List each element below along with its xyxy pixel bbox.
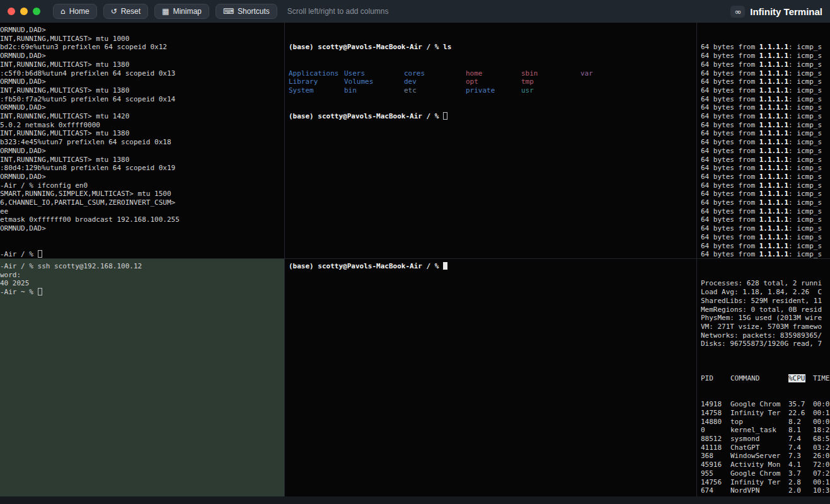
- horizontal-scrollbar-track[interactable]: [0, 496, 830, 504]
- ping-line: 64 bytes from 1.1.1.1: icmp_s: [701, 190, 830, 198]
- top-process-row: 88512sysmond7.468:5: [701, 435, 830, 444]
- ping-line: 64 bytes from 1.1.1.1: icmp_s: [701, 60, 830, 69]
- ls-entry: Volumes: [344, 77, 404, 86]
- shell-prompt: (base) scotty@Pavols-MacBook-Air / %: [289, 112, 443, 120]
- ls-entry: dev: [404, 77, 466, 86]
- ping-line: 64 bytes from 1.1.1.1: icmp_s: [701, 147, 830, 156]
- top-summary: Processes: 628 total, 2 runni Load Avg: …: [701, 279, 830, 348]
- ping-line: 64 bytes from 1.1.1.1: icmp_s: [701, 242, 830, 251]
- ping-line: 64 bytes from 1.1.1.1: icmp_s: [701, 129, 830, 138]
- ping-ip: 1.1.1.1: [759, 103, 788, 112]
- pane-ifconfig[interactable]: ORMNUD,DAD> INT,RUNNING,MULTICAST> mtu 1…: [0, 23, 285, 259]
- keyboard-icon: ⌨: [223, 8, 234, 15]
- ping-line: 64 bytes from 1.1.1.1: icmp_s: [701, 250, 830, 259]
- ping-line: 64 bytes from 1.1.1.1: icmp_s: [701, 156, 830, 164]
- ping-line: 64 bytes from 1.1.1.1: icmp_s: [701, 215, 830, 224]
- top-process-row: 906com.nordvpn.1.307:5: [701, 495, 830, 496]
- top-process-row: 368WindowServer7.326:0: [701, 452, 830, 461]
- cursor: [38, 250, 42, 258]
- ping-output: 64 bytes from 1.1.1.1: icmp_s64 bytes fr…: [701, 43, 830, 259]
- zoom-button[interactable]: [33, 8, 40, 15]
- ping-ip: 1.1.1.1: [759, 164, 788, 172]
- shell-prompt: (base) scotty@Pavols-MacBook-Air / %: [289, 262, 443, 270]
- pane-ls[interactable]: (base) scotty@Pavols-MacBook-Air / % ls …: [285, 23, 697, 259]
- ls-entry: cores: [404, 69, 466, 78]
- minimap-button[interactable]: ▦ Minimap: [154, 4, 209, 19]
- ping-ip: 1.1.1.1: [759, 207, 788, 215]
- ping-ip: 1.1.1.1: [759, 173, 788, 181]
- top-column-command: COMMAND: [730, 374, 759, 382]
- toolbar: ⌂ Home ↺ Reset ▦ Minimap ⌨ Shortcuts Scr…: [0, 0, 830, 23]
- ping-line: 64 bytes from 1.1.1.1: icmp_s: [701, 112, 830, 121]
- ping-line: 64 bytes from 1.1.1.1: icmp_s: [701, 207, 830, 216]
- reset-icon: ↺: [111, 8, 117, 15]
- ls-entry: sbin: [521, 69, 580, 78]
- ls-entry: usr: [521, 86, 580, 95]
- home-button[interactable]: ⌂ Home: [53, 4, 97, 19]
- terminal-grid: ORMNUD,DAD> INT,RUNNING,MULTICAST> mtu 1…: [0, 23, 830, 496]
- ping-ip: 1.1.1.1: [759, 129, 788, 137]
- ls-entry: private: [466, 86, 521, 95]
- home-button-label: Home: [69, 8, 89, 15]
- top-column-time: TIME: [813, 374, 830, 382]
- ls-entry: Users: [344, 69, 404, 78]
- ls-entry: Applications: [289, 69, 344, 78]
- ping-ip: 1.1.1.1: [759, 121, 788, 129]
- top-process-row: 14758Infinity Ter22.600:1: [701, 409, 830, 418]
- ls-entry: home: [466, 69, 521, 78]
- ping-line: 64 bytes from 1.1.1.1: icmp_s: [701, 86, 830, 95]
- ls-entry: tmp: [521, 77, 580, 86]
- ls-row: Systembinetcprivateusr: [289, 86, 696, 95]
- ping-line: 64 bytes from 1.1.1.1: icmp_s: [701, 77, 830, 86]
- ping-line: 64 bytes from 1.1.1.1: icmp_s: [701, 121, 830, 130]
- ping-line: 64 bytes from 1.1.1.1: icmp_s: [701, 224, 830, 233]
- ping-ip: 1.1.1.1: [759, 198, 788, 207]
- ping-line: 64 bytes from 1.1.1.1: icmp_s: [701, 52, 830, 60]
- ping-ip: 1.1.1.1: [759, 43, 788, 51]
- pane-top[interactable]: Processes: 628 total, 2 runni Load Avg: …: [697, 259, 830, 496]
- top-process-row: 674NordVPN2.010:3: [701, 486, 830, 495]
- top-process-row: 14756Infinity Ter2.800:1: [701, 478, 830, 487]
- app-title: Infinity Terminal: [750, 6, 822, 17]
- pane-ssh[interactable]: -Air / % ssh scotty@192.168.100.12 word:…: [0, 259, 285, 496]
- scroll-hint-text: Scroll left/right to add columns: [287, 7, 389, 16]
- infinity-terminal-window: ⌂ Home ↺ Reset ▦ Minimap ⌨ Shortcuts Scr…: [0, 0, 830, 504]
- shortcuts-button-label: Shortcuts: [238, 8, 270, 15]
- close-button[interactable]: [8, 8, 15, 15]
- shortcuts-button[interactable]: ⌨ Shortcuts: [216, 4, 277, 19]
- ls-entry: etc: [404, 86, 466, 95]
- ping-ip: 1.1.1.1: [759, 233, 788, 241]
- reset-button[interactable]: ↺ Reset: [103, 4, 148, 19]
- ls-command-line: (base) scotty@Pavols-MacBook-Air / % ls: [289, 43, 696, 52]
- traffic-lights: [8, 8, 40, 15]
- cursor: [38, 288, 42, 295]
- pane-shell[interactable]: (base) scotty@Pavols-MacBook-Air / %: [285, 259, 697, 496]
- ls-entry: opt: [466, 77, 521, 86]
- ls-entry: bin: [344, 86, 404, 95]
- ls-row: LibraryVolumesdevopttmp: [289, 77, 696, 86]
- ping-ip: 1.1.1.1: [759, 95, 788, 103]
- top-column-cpu: %CPU: [788, 374, 805, 382]
- minimize-button[interactable]: [20, 8, 28, 15]
- ping-ip: 1.1.1.1: [759, 52, 788, 60]
- top-process-row: 955Google Chrom3.707:2: [701, 469, 830, 478]
- ping-line: 64 bytes from 1.1.1.1: icmp_s: [701, 173, 830, 181]
- ping-line: 64 bytes from 1.1.1.1: icmp_s: [701, 198, 830, 207]
- ls-entry: var: [580, 69, 593, 78]
- ping-ip: 1.1.1.1: [759, 69, 788, 77]
- ls-entry: System: [289, 86, 344, 95]
- home-icon: ⌂: [61, 8, 66, 15]
- top-process-row: 14918Google Chrom35.700:0: [701, 400, 830, 409]
- block-cursor: [443, 262, 447, 270]
- app-brand: ∞ Infinity Terminal: [730, 6, 822, 18]
- cursor: [443, 112, 447, 120]
- top-column-pid: PID: [701, 374, 713, 382]
- top-process-row: 45916Activity Mon4.172:0: [701, 461, 830, 469]
- top-process-row: 41118ChatGPT7.403:2: [701, 444, 830, 452]
- ping-line: 64 bytes from 1.1.1.1: icmp_s: [701, 138, 830, 147]
- ls-prompt-line: (base) scotty@Pavols-MacBook-Air / %: [289, 112, 696, 121]
- pane-ping[interactable]: 64 bytes from 1.1.1.1: icmp_s64 bytes fr…: [697, 23, 830, 259]
- ping-ip: 1.1.1.1: [759, 190, 788, 198]
- ping-line: 64 bytes from 1.1.1.1: icmp_s: [701, 233, 830, 242]
- ls-entry: Library: [289, 77, 344, 86]
